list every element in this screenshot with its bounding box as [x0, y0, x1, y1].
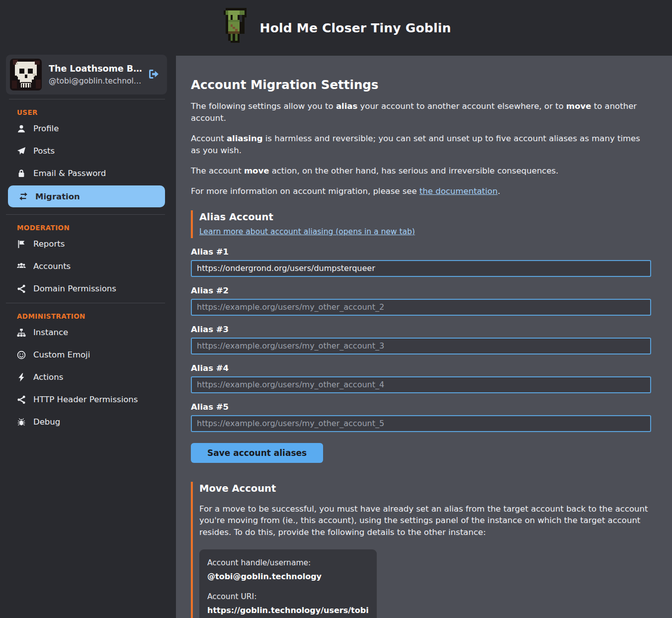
field-label: Alias #3: [191, 325, 651, 334]
intro-paragraph-3: The account move action, on the other ha…: [191, 165, 651, 177]
sidebar-item-migration[interactable]: Migration: [8, 185, 165, 207]
sidebar-item-posts[interactable]: Posts: [6, 140, 165, 162]
logout-button[interactable]: [146, 67, 161, 82]
sidebar: The Loathsome B… @tobi@goblin.technol… U…: [0, 56, 167, 436]
sidebar-item-debug[interactable]: Debug: [6, 411, 165, 433]
uri-value: https://goblin.technology/users/tobi: [207, 606, 369, 615]
sidebar-item-profile[interactable]: Profile: [6, 117, 165, 140]
app: Hold Me Closer Tiny Goblin: [0, 0, 672, 618]
app-header: Hold Me Closer Tiny Goblin: [0, 0, 672, 56]
sidebar-item-domain-permissions[interactable]: Domain Permissions: [6, 277, 165, 300]
goblin-logo: [221, 7, 249, 49]
alias-input-5[interactable]: [191, 415, 651, 432]
sidebar-item-label: HTTP Header Permissions: [33, 395, 138, 404]
field-label: Alias #5: [191, 402, 651, 412]
handle-label: Account handle/username:: [207, 558, 369, 567]
sidebar-item-accounts[interactable]: Accounts: [6, 255, 165, 277]
intro-paragraph-2: Account aliasing is harmless and reversi…: [191, 133, 651, 157]
save-aliases-button[interactable]: Save account aliases: [191, 443, 323, 463]
main-panel: Account Migration Settings The following…: [176, 56, 672, 618]
field-label: Alias #2: [191, 286, 651, 295]
sidebar-item-email-password[interactable]: Email & Password: [6, 162, 165, 184]
move-paragraph: For a move to be successful, you must ha…: [199, 503, 649, 539]
alias-field: Alias #3: [191, 325, 651, 354]
alias-form: Alias #1 Alias #2 Alias #3 Alias #4 Alia…: [191, 247, 651, 432]
sidebar-item-label: Email & Password: [33, 169, 106, 178]
sidebar-item-label: Domain Permissions: [33, 284, 116, 293]
sidebar-item-actions[interactable]: Actions: [6, 366, 165, 388]
flag-icon: [17, 240, 26, 249]
move-account-section: Move Account For a move to be successful…: [191, 482, 651, 618]
sidebar-item-reports[interactable]: Reports: [6, 233, 165, 255]
nav-section-moderation: MODERATION Reports Accounts Domain Permi…: [6, 215, 165, 303]
share-nodes-icon: [17, 284, 26, 293]
bug-icon: [17, 418, 26, 427]
alias-field: Alias #1: [191, 247, 651, 277]
nav-section-administration: ADMINISTRATION Instance Custom Emoji Act…: [6, 303, 165, 436]
sitemap-icon: [17, 328, 26, 337]
handle-value: @tobi@goblin.technology: [207, 572, 369, 581]
logout-icon: [148, 74, 160, 82]
nav-section-heading: USER: [6, 104, 165, 117]
sidebar-nav: USER Profile Posts Email & Password Migr…: [6, 99, 167, 436]
alias-account-section: Alias Account Learn more about account a…: [191, 210, 651, 238]
alias-field: Alias #5: [191, 402, 651, 432]
smiley-icon: [17, 351, 26, 359]
intro-paragraphs: The following settings allow you to alia…: [191, 100, 651, 197]
sidebar-item-custom-emoji[interactable]: Custom Emoji: [6, 344, 165, 366]
sidebar-item-label: Profile: [33, 124, 59, 133]
nav-section-heading: MODERATION: [6, 220, 165, 233]
sidebar-item-label: Custom Emoji: [33, 350, 90, 359]
sidebar-item-label: Posts: [33, 146, 55, 156]
alias-input-3[interactable]: [191, 338, 651, 354]
sidebar-item-label: Accounts: [33, 262, 71, 271]
user-handle: @tobi@goblin.technol…: [49, 77, 143, 86]
alias-field: Alias #2: [191, 286, 651, 316]
share-nodes-icon: [17, 395, 26, 404]
user-avatar: [10, 59, 42, 90]
bolt-icon: [17, 373, 26, 382]
account-details-box: Account handle/username: @tobi@goblin.te…: [199, 549, 377, 618]
alias-field: Alias #4: [191, 363, 651, 393]
sidebar-item-label: Migration: [35, 192, 80, 201]
inline-doc-link[interactable]: the documentation: [420, 186, 498, 196]
sidebar-item-label: Actions: [33, 372, 63, 382]
sidebar-item-instance[interactable]: Instance: [6, 321, 165, 344]
field-label: Alias #1: [191, 247, 651, 257]
transfer-arrows-icon: [19, 192, 28, 201]
sidebar-item-label: Reports: [33, 239, 65, 249]
alias-input-1[interactable]: [191, 260, 651, 277]
user-card: The Loathsome B… @tobi@goblin.technol…: [6, 55, 167, 94]
alias-section-title: Alias Account: [199, 211, 651, 223]
intro-paragraph-1: The following settings allow you to alia…: [191, 100, 651, 124]
uri-label: Account URI:: [207, 592, 369, 601]
nav-section-heading: ADMINISTRATION: [6, 308, 165, 321]
alias-input-4[interactable]: [191, 376, 651, 393]
instance-title: Hold Me Closer Tiny Goblin: [260, 21, 451, 35]
intro-paragraph-4: For more information on account migratio…: [191, 185, 651, 197]
lock-icon: [17, 169, 26, 178]
sidebar-item-label: Instance: [33, 328, 68, 337]
users-icon: [17, 262, 26, 271]
nav-section-user: USER Profile Posts Email & Password Migr…: [6, 99, 165, 215]
field-label: Alias #4: [191, 363, 651, 373]
alias-input-2[interactable]: [191, 299, 651, 316]
page-title: Account Migration Settings: [191, 78, 651, 92]
user-icon: [17, 124, 26, 133]
alias-docs-link[interactable]: Learn more about account aliasing (opens…: [199, 227, 415, 236]
user-display-name: The Loathsome B…: [49, 64, 143, 74]
sidebar-item-http-header-permissions[interactable]: HTTP Header Permissions: [6, 388, 165, 411]
move-section-title: Move Account: [199, 483, 651, 494]
sidebar-item-label: Debug: [33, 417, 60, 427]
paper-plane-icon: [17, 147, 26, 156]
